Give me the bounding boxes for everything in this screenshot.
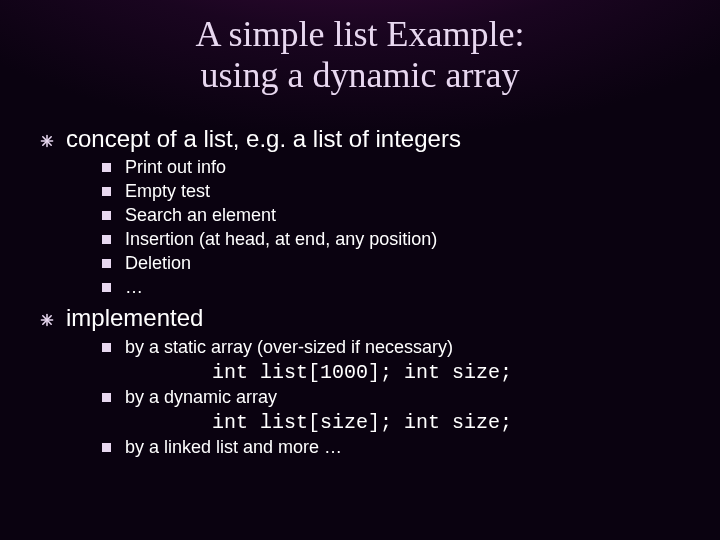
square-icon <box>102 211 111 220</box>
item-text: Print out info <box>125 157 226 178</box>
section1-list: Print out info Empty test Search an elem… <box>102 157 720 298</box>
list-item: by a dynamic array <box>102 387 720 408</box>
item-text: by a static array (over-sized if necessa… <box>125 337 453 358</box>
bullet-implemented: implemented <box>40 304 720 332</box>
asterisk-icon <box>40 304 66 332</box>
square-icon <box>102 283 111 292</box>
list-item: Search an element <box>102 205 720 226</box>
section1-heading: concept of a list, e.g. a list of intege… <box>66 125 461 153</box>
slide-content: concept of a list, e.g. a list of intege… <box>0 125 720 458</box>
code-line: int list[size]; int size; <box>212 411 720 434</box>
square-icon <box>102 163 111 172</box>
item-text: Deletion <box>125 253 191 274</box>
item-text: Empty test <box>125 181 210 202</box>
list-item: … <box>102 277 720 298</box>
slide-title: A simple list Example: using a dynamic a… <box>0 0 720 119</box>
square-icon <box>102 343 111 352</box>
list-item: by a linked list and more … <box>102 437 720 458</box>
item-text: Search an element <box>125 205 276 226</box>
list-item: Print out info <box>102 157 720 178</box>
bullet-concept: concept of a list, e.g. a list of intege… <box>40 125 720 153</box>
item-text: by a dynamic array <box>125 387 277 408</box>
list-item: Empty test <box>102 181 720 202</box>
list-item: Insertion (at head, at end, any position… <box>102 229 720 250</box>
item-text: … <box>125 277 143 298</box>
square-icon <box>102 393 111 402</box>
list-item: by a static array (over-sized if necessa… <box>102 337 720 358</box>
slide: A simple list Example: using a dynamic a… <box>0 0 720 540</box>
asterisk-icon <box>40 125 66 153</box>
item-text: by a linked list and more … <box>125 437 342 458</box>
section2-heading: implemented <box>66 304 203 332</box>
square-icon <box>102 187 111 196</box>
item-text: Insertion (at head, at end, any position… <box>125 229 437 250</box>
title-line-2: using a dynamic array <box>201 55 520 95</box>
code-line: int list[1000]; int size; <box>212 361 720 384</box>
square-icon <box>102 235 111 244</box>
list-item: Deletion <box>102 253 720 274</box>
section2-list: by a static array (over-sized if necessa… <box>102 337 720 458</box>
title-line-1: A simple list Example: <box>196 14 525 54</box>
square-icon <box>102 443 111 452</box>
square-icon <box>102 259 111 268</box>
